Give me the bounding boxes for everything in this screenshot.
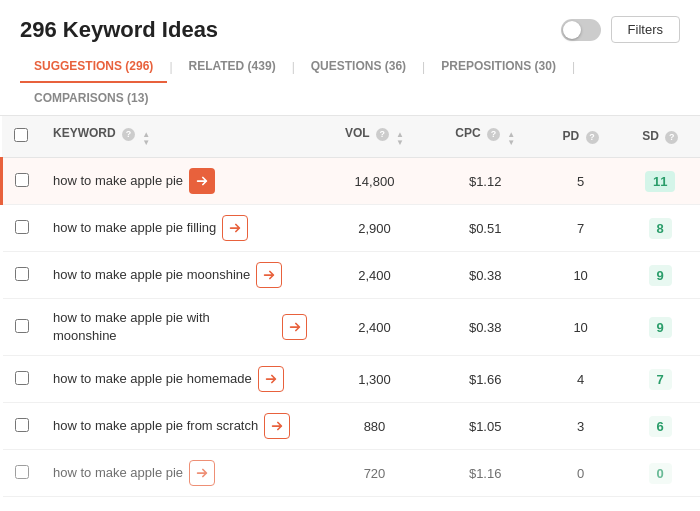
table-row: how to make apple pie with moonshine2,40…: [2, 299, 701, 356]
tab-prepositions[interactable]: PREPOSITIONS (30): [427, 51, 570, 83]
cpc-help-icon[interactable]: ?: [487, 128, 500, 141]
sd-value: 8: [620, 205, 700, 252]
tab-comparisons[interactable]: COMPARISONS (13): [20, 83, 162, 115]
pd-value: 3: [541, 403, 621, 450]
col-vol: VOL ? ▲▼: [319, 116, 429, 158]
keyword-text: how to make apple pie with moonshine: [53, 309, 276, 345]
tab-questions[interactable]: QUESTIONS (36): [297, 51, 420, 83]
sd-value: 0: [620, 450, 700, 497]
header: 296 Keyword Ideas Filters: [0, 0, 700, 51]
keyword-text: how to make apple pie from scratch: [53, 417, 258, 435]
vol-value: 2,400: [319, 299, 429, 356]
col-pd: PD ?: [541, 116, 621, 158]
keyword-text: how to make apple pie homemade: [53, 370, 252, 388]
cpc-value: $0.38: [430, 299, 541, 356]
pd-value: 10: [541, 299, 621, 356]
cpc-value: $1.16: [430, 450, 541, 497]
sd-value: 9: [620, 252, 700, 299]
sd-value: 6: [620, 403, 700, 450]
page-title: 296 Keyword Ideas: [20, 17, 218, 43]
vol-value: 2,900: [319, 205, 429, 252]
row-checkbox[interactable]: [15, 371, 29, 385]
keyword-arrow-button[interactable]: [258, 366, 284, 392]
keyword-text: how to make apple pie moonshine: [53, 266, 250, 284]
keyword-text: how to make apple pie: [53, 172, 183, 190]
vol-help-icon[interactable]: ?: [376, 128, 389, 141]
row-checkbox[interactable]: [15, 173, 29, 187]
keyword-arrow-button[interactable]: [282, 314, 308, 340]
toggle[interactable]: [561, 19, 601, 41]
filter-button[interactable]: Filters: [611, 16, 680, 43]
tabs-bar: SUGGESTIONS (296) | RELATED (439) | QUES…: [0, 51, 700, 116]
row-checkbox[interactable]: [15, 267, 29, 281]
table-row: how to make apple pie720$1.1600: [2, 450, 701, 497]
table-row: how to make apple pie filling2,900$0.517…: [2, 205, 701, 252]
table-row: how to make apple pie14,800$1.12511: [2, 158, 701, 205]
table-row: how to make apple pie moonshine2,400$0.3…: [2, 252, 701, 299]
cpc-value: $0.38: [430, 252, 541, 299]
cpc-value: $1.12: [430, 158, 541, 205]
sd-value: 11: [620, 158, 700, 205]
sd-value: 7: [620, 356, 700, 403]
cpc-value: $1.05: [430, 403, 541, 450]
col-cpc: CPC ? ▲▼: [430, 116, 541, 158]
col-sd: SD ?: [620, 116, 700, 158]
table-container: KEYWORD ? ▲▼ VOL ? ▲▼ CPC ? ▲▼ PD ? SD ?: [0, 116, 700, 511]
pd-help-icon[interactable]: ?: [586, 131, 599, 144]
vol-value: 720: [319, 450, 429, 497]
cpc-value: $0.51: [430, 205, 541, 252]
vol-value: 2,400: [319, 252, 429, 299]
keyword-arrow-button[interactable]: [222, 215, 248, 241]
keyword-arrow-button[interactable]: [256, 262, 282, 288]
vol-value: 880: [319, 403, 429, 450]
pd-value: 10: [541, 252, 621, 299]
table-row: how to make apple pie from scratch880$1.…: [2, 403, 701, 450]
vol-value: 14,800: [319, 158, 429, 205]
keyword-text: how to make apple pie: [53, 464, 183, 482]
row-checkbox[interactable]: [15, 465, 29, 479]
keyword-text: how to make apple pie filling: [53, 219, 216, 237]
keyword-help-icon[interactable]: ?: [122, 128, 135, 141]
vol-value: 1,300: [319, 356, 429, 403]
keyword-arrow-button[interactable]: [189, 168, 215, 194]
select-all-checkbox[interactable]: [14, 128, 28, 142]
pd-value: 5: [541, 158, 621, 205]
table-row: how to make apple pie homemade1,300$1.66…: [2, 356, 701, 403]
cpc-value: $1.66: [430, 356, 541, 403]
keyword-arrow-button[interactable]: [264, 413, 290, 439]
sd-value: 9: [620, 299, 700, 356]
keyword-arrow-button[interactable]: [189, 460, 215, 486]
col-keyword: KEYWORD ? ▲▼: [41, 116, 319, 158]
sd-help-icon[interactable]: ?: [665, 131, 678, 144]
row-checkbox[interactable]: [15, 319, 29, 333]
row-checkbox[interactable]: [15, 418, 29, 432]
tab-suggestions[interactable]: SUGGESTIONS (296): [20, 51, 167, 83]
pd-value: 7: [541, 205, 621, 252]
pd-value: 0: [541, 450, 621, 497]
row-checkbox[interactable]: [15, 220, 29, 234]
tab-related[interactable]: RELATED (439): [175, 51, 290, 83]
pd-value: 4: [541, 356, 621, 403]
